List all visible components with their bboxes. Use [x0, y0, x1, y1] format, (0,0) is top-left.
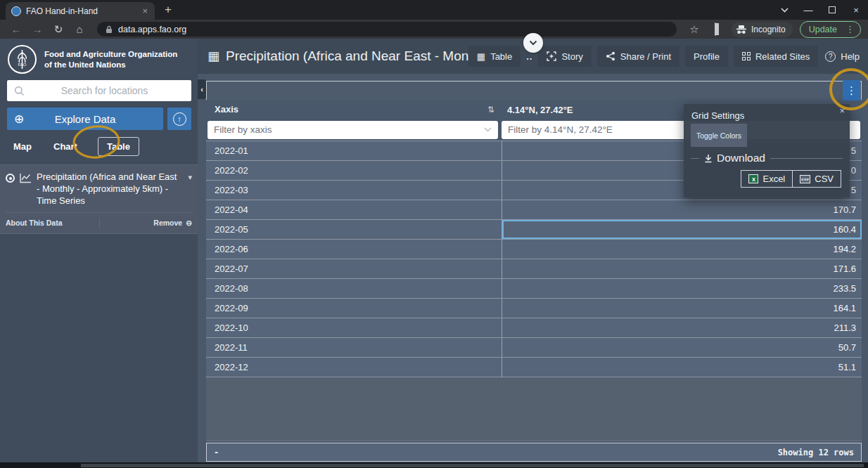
profile-button[interactable]: Profile	[685, 46, 728, 67]
explore-data-button[interactable]: ⊕ Explore Data	[7, 108, 163, 130]
table-row[interactable]: 2022-08233.5	[206, 278, 862, 298]
collapse-header-chevron-button[interactable]	[523, 33, 543, 53]
remove-label: Remove	[153, 219, 182, 227]
tab-search-chevron-icon[interactable]	[772, 0, 796, 20]
cell-value-selected[interactable]: 160.4	[502, 220, 862, 239]
chevron-down-icon[interactable]: ▾	[188, 173, 192, 182]
upload-button[interactable]: ↑	[167, 108, 191, 130]
toggle-colors-button[interactable]: Toggle Colors	[691, 124, 747, 147]
download-label: Download	[717, 152, 765, 164]
related-sites-button[interactable]: Related Sites	[734, 46, 818, 67]
cell-value[interactable]: 51.1	[502, 358, 862, 377]
cell-xaxis[interactable]: 2022-05	[206, 220, 502, 239]
browser-menu-dots-icon[interactable]: ⋮	[843, 24, 857, 34]
cell-xaxis[interactable]: 2022-01	[206, 141, 502, 160]
browser-tabstrip: FAO Hand-in-Hand × + — ×	[0, 0, 868, 20]
cell-xaxis[interactable]: 2022-08	[206, 279, 502, 298]
browser-toolbar: ← → ↻ ⌂ data.apps.fao.org ☆ Incognito Up…	[0, 20, 868, 39]
help-button[interactable]: ? Help	[824, 46, 861, 67]
cell-xaxis[interactable]: 2022-09	[206, 299, 502, 318]
share-icon	[606, 51, 615, 61]
dataset-title[interactable]: Precipitation (Africa and Near East - Mo…	[37, 171, 181, 207]
table-grid-icon: ▦	[208, 48, 219, 64]
new-tab-button[interactable]: +	[165, 3, 172, 17]
explore-data-label: Explore Data	[55, 113, 116, 125]
grid-toolbar-strip	[206, 81, 862, 100]
excel-icon: x	[748, 174, 758, 183]
profile-label: Profile	[694, 51, 720, 62]
reload-button[interactable]: ↻	[49, 23, 68, 36]
share-print-label: Share / Print	[620, 51, 671, 62]
cell-xaxis[interactable]: 2022-10	[206, 318, 502, 337]
window-close-button[interactable]: ×	[844, 0, 868, 20]
xaxis-filter-input[interactable]	[214, 124, 484, 135]
org-name: Food and Agriculture Organization of the…	[44, 49, 177, 70]
story-frame-icon	[547, 51, 556, 61]
tab-table[interactable]: Table	[98, 137, 139, 156]
incognito-icon	[736, 25, 747, 34]
cell-value[interactable]: 171.6	[502, 259, 862, 278]
column-header-coords[interactable]: 4.14°N, 27.42°E	[507, 105, 573, 115]
browser-tab[interactable]: FAO Hand-in-Hand ×	[6, 2, 155, 20]
table-row[interactable]: 2022-1251.1	[206, 357, 862, 377]
url-text: data.apps.fao.org	[118, 25, 186, 34]
side-panel-icon[interactable]	[706, 23, 725, 35]
csv-icon: csv	[800, 175, 810, 183]
table-row[interactable]: 2022-10211.3	[206, 318, 862, 337]
cell-value[interactable]: 194.2	[502, 240, 862, 259]
xaxis-filter[interactable]	[208, 121, 498, 139]
window-minimize-button[interactable]: —	[796, 0, 820, 20]
share-print-button[interactable]: Share / Print	[597, 46, 679, 67]
sort-icon[interactable]: ⇅	[487, 105, 494, 115]
cell-xaxis[interactable]: 2022-04	[206, 200, 502, 219]
sidebar: FAO Food and Agriculture Organization of…	[0, 39, 198, 462]
table-row[interactable]: 2022-09164.1	[206, 298, 862, 318]
cell-xaxis[interactable]: 2022-06	[206, 240, 502, 259]
address-bar[interactable]: data.apps.fao.org	[97, 22, 677, 37]
search-icon	[14, 86, 25, 96]
home-button[interactable]: ⌂	[70, 23, 89, 35]
window-maximize-button[interactable]	[820, 0, 844, 20]
table-row[interactable]: 2022-1150.7	[206, 337, 862, 357]
back-button[interactable]: ←	[7, 23, 25, 35]
cell-value[interactable]: 233.5	[502, 279, 862, 298]
bookmark-star-icon[interactable]: ☆	[685, 23, 703, 36]
dataset-radio[interactable]	[6, 174, 15, 183]
remove-dataset-button[interactable]: Remove ⊖	[153, 219, 192, 227]
cell-value[interactable]: 211.3	[502, 318, 862, 337]
view-tabs: Map Chart Table	[0, 130, 198, 162]
related-sites-label: Related Sites	[755, 51, 810, 62]
cell-value[interactable]: 50.7	[502, 338, 862, 357]
download-csv-button[interactable]: csv CSV	[792, 171, 841, 187]
grid-settings-menu-button[interactable]: ⋮	[843, 80, 860, 100]
cell-xaxis[interactable]: 2022-11	[206, 338, 502, 357]
search-input[interactable]	[25, 85, 184, 96]
remove-circle-icon: ⊖	[186, 219, 192, 227]
popup-close-icon[interactable]: ×	[839, 105, 845, 116]
about-this-data-link[interactable]: About This Data	[6, 219, 63, 227]
grid-settings-popup: × Grid Settings Toggle Colors Download x…	[684, 104, 850, 197]
cell-xaxis[interactable]: 2022-02	[206, 161, 502, 180]
column-header-xaxis[interactable]: Xaxis	[215, 104, 238, 115]
fao-logo: FAO	[7, 44, 37, 74]
table-row[interactable]: 2022-06194.2	[206, 239, 862, 259]
tab-chart[interactable]: Chart	[52, 138, 79, 155]
table-row[interactable]: 2022-05160.4	[206, 219, 862, 239]
cell-value[interactable]: 164.1	[502, 299, 862, 318]
table-row[interactable]: 2022-04170.7	[206, 200, 862, 219]
cell-xaxis[interactable]: 2022-07	[206, 259, 502, 278]
cell-xaxis[interactable]: 2022-03	[206, 181, 502, 200]
tab-map[interactable]: Map	[12, 138, 33, 155]
story-button[interactable]: Story	[538, 46, 591, 67]
cell-xaxis[interactable]: 2022-12	[206, 358, 502, 377]
grid-icon: ▦	[477, 51, 485, 62]
table-row[interactable]: 2022-07171.6	[206, 259, 862, 278]
sidebar-collapse-handle[interactable]: ‹	[198, 79, 206, 99]
table-view-button[interactable]: ▦ Table	[468, 46, 521, 67]
update-button[interactable]: Update ⋮	[800, 21, 861, 38]
cell-value[interactable]: 170.7	[502, 200, 862, 219]
tab-close-icon[interactable]: ×	[141, 6, 149, 16]
location-search-box[interactable]	[7, 80, 191, 101]
forward-button[interactable]: →	[28, 23, 46, 35]
download-excel-button[interactable]: x Excel	[741, 171, 792, 187]
